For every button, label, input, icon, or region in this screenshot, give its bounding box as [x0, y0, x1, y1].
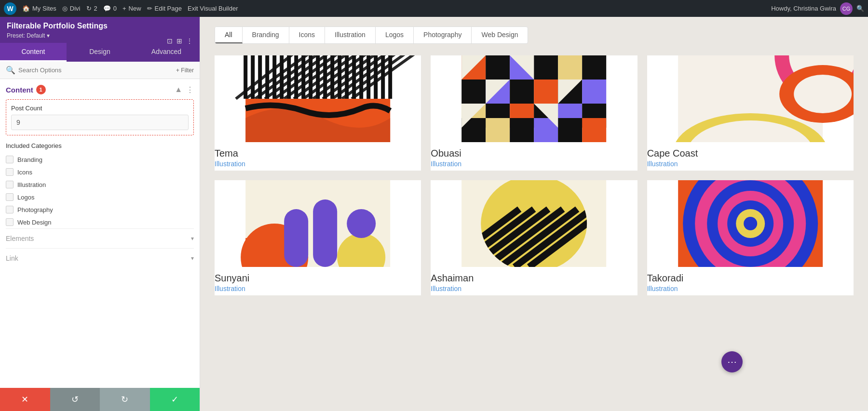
portfolio-item-cape-coast[interactable]: Cape Coast Illustration	[647, 55, 854, 171]
new-button[interactable]: + New	[122, 5, 141, 12]
svg-rect-47	[534, 80, 558, 104]
portfolio-item-obuasi[interactable]: Obuasi Illustration	[431, 55, 637, 171]
panel-icons: ⊡ ⊞ ⋮	[167, 37, 193, 45]
category-logos[interactable]: Logos	[6, 191, 194, 203]
portfolio-info-sunyani: Sunyani Illustration	[215, 267, 421, 295]
undo-button[interactable]: ↺	[50, 388, 100, 411]
svg-rect-42	[558, 55, 582, 80]
panel-more-icon[interactable]: ⋮	[186, 37, 193, 45]
section-actions: ▲ ⋮	[175, 85, 194, 94]
web-design-label: Web Design	[17, 219, 52, 226]
category-branding[interactable]: Branding	[6, 153, 194, 166]
portfolio-item-ashaiman[interactable]: Ashaiman Illustration	[431, 180, 637, 295]
checkbox-photography[interactable]	[6, 206, 14, 213]
portfolio-info-tema: Tema Illustration	[215, 142, 421, 171]
filter-tab-logos[interactable]: Logos	[376, 27, 414, 43]
portfolio-cat-takoradi[interactable]: Illustration	[647, 285, 854, 292]
portfolio-title-sunyani: Sunyani	[215, 273, 421, 284]
wp-logo[interactable]: W	[4, 2, 16, 15]
portfolio-item-takoradi[interactable]: Takoradi Illustration	[647, 180, 854, 295]
my-sites-menu[interactable]: 🏠 My Sites	[22, 5, 56, 12]
panel-title: Filterable Portfolio Settings	[7, 22, 193, 30]
divi-icon: ◎	[62, 5, 68, 12]
portfolio-grid: Tema Illustration	[215, 55, 854, 295]
cancel-button[interactable]: ✕	[0, 388, 50, 411]
panel-preset[interactable]: Preset: Default ▾	[7, 32, 193, 39]
filter-tab-icons[interactable]: Icons	[289, 27, 325, 43]
post-count-input[interactable]	[11, 115, 189, 130]
portfolio-thumb-cape-coast	[647, 55, 854, 142]
filter-tab-photography[interactable]: Photography	[414, 27, 472, 43]
elements-section: Elements ▾	[6, 228, 194, 248]
panel-grid-icon[interactable]: ⊞	[176, 37, 182, 45]
right-content: All Branding Icons Illustration Logos Ph…	[200, 17, 868, 411]
portfolio-thumb-takoradi	[647, 180, 854, 267]
elements-section-header[interactable]: Elements ▾	[6, 235, 194, 242]
portfolio-cat-ashaiman[interactable]: Illustration	[431, 285, 637, 292]
more-options-icon[interactable]: ⋮	[186, 85, 194, 94]
svg-rect-61	[582, 118, 606, 142]
svg-rect-43	[582, 55, 606, 80]
logos-label: Logos	[17, 194, 34, 201]
checkbox-illustration[interactable]	[6, 181, 14, 188]
collapse-icon[interactable]: ▲	[175, 85, 182, 94]
search-icon: 🔍	[6, 66, 15, 75]
comments-counter[interactable]: 💬 0	[103, 5, 117, 12]
save-button[interactable]: ✓	[150, 388, 200, 411]
divi-menu[interactable]: ◎ Divi	[62, 5, 81, 12]
tab-advanced[interactable]: Advanced	[133, 43, 200, 62]
redo-button[interactable]: ↻	[100, 388, 150, 411]
svg-rect-41	[534, 55, 558, 80]
exit-builder-button[interactable]: Exit Visual Builder	[188, 5, 238, 12]
filter-tab-all[interactable]: All	[215, 27, 243, 43]
portfolio-cat-cape-coast[interactable]: Illustration	[647, 160, 854, 168]
link-chevron-icon: ▾	[191, 255, 194, 262]
category-photography[interactable]: Photography	[6, 203, 194, 216]
search-input[interactable]	[18, 66, 173, 74]
svg-point-72	[794, 75, 852, 113]
panel-expand-icon[interactable]: ⊡	[167, 37, 173, 45]
portfolio-title-obuasi: Obuasi	[431, 148, 637, 159]
panel-bottom: ✕ ↺ ↻ ✓	[0, 388, 200, 411]
more-icon: ⋯	[727, 356, 737, 368]
home-icon: 🏠	[22, 5, 30, 12]
portfolio-info-obuasi: Obuasi Illustration	[431, 142, 637, 171]
content-badge: 1	[36, 85, 46, 94]
portfolio-item-tema[interactable]: Tema Illustration	[215, 55, 421, 171]
category-illustration[interactable]: Illustration	[6, 178, 194, 191]
floating-menu-button[interactable]: ⋯	[721, 351, 743, 372]
checkbox-logos[interactable]	[6, 193, 14, 201]
content-section-title: Content 1	[6, 85, 46, 94]
checkbox-icons[interactable]	[6, 168, 14, 176]
category-web-design[interactable]: Web Design	[6, 216, 194, 228]
category-icons[interactable]: Icons	[6, 166, 194, 178]
refresh-icon: ↻	[86, 5, 92, 12]
search-icon[interactable]: 🔍	[856, 5, 864, 12]
portfolio-thumb-sunyani	[215, 180, 421, 267]
filter-tab-illustration[interactable]: Illustration	[325, 27, 376, 43]
tab-content[interactable]: Content	[0, 43, 67, 62]
illustration-label: Illustration	[17, 181, 46, 188]
content-section-header: Content 1 ▲ ⋮	[6, 85, 194, 94]
settings-panel: Filterable Portfolio Settings Preset: De…	[0, 17, 200, 411]
portfolio-item-sunyani[interactable]: Sunyani Illustration	[215, 180, 421, 295]
tab-design[interactable]: Design	[67, 43, 133, 62]
checkbox-branding[interactable]	[6, 156, 14, 163]
portfolio-thumb-tema	[215, 55, 421, 142]
svg-rect-77	[284, 209, 308, 267]
filter-tab-branding[interactable]: Branding	[243, 27, 289, 43]
filter-button[interactable]: + Filter	[176, 67, 194, 74]
portfolio-cat-tema[interactable]: Illustration	[215, 160, 421, 168]
refresh-counter[interactable]: ↻ 2	[86, 5, 97, 12]
link-section-header[interactable]: Link ▾	[6, 254, 194, 262]
portfolio-cat-sunyani[interactable]: Illustration	[215, 285, 421, 292]
filter-tabs: All Branding Icons Illustration Logos Ph…	[215, 27, 528, 44]
svg-rect-58	[510, 118, 534, 142]
portfolio-title-cape-coast: Cape Coast	[647, 148, 854, 159]
panel-search: 🔍 + Filter	[0, 62, 200, 79]
checkbox-web-design[interactable]	[6, 218, 14, 226]
edit-page-button[interactable]: ✏ Edit Page	[147, 5, 182, 12]
filter-tab-web-design[interactable]: Web Design	[472, 27, 528, 43]
avatar[interactable]: CG	[840, 2, 853, 15]
portfolio-cat-obuasi[interactable]: Illustration	[431, 160, 637, 168]
